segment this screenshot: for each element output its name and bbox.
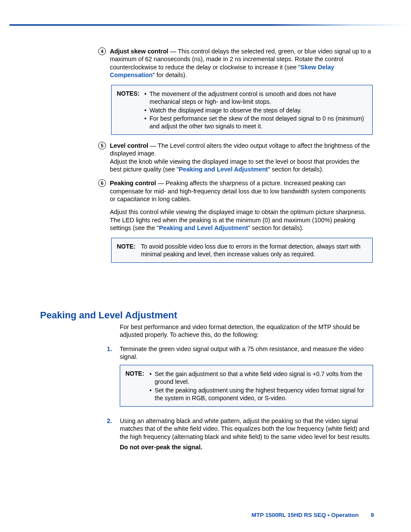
step-2: 2. Using an alternating black and white … <box>120 417 373 451</box>
item5-text-a: — The Level control alters the video out… <box>110 142 370 157</box>
heading-peaking-level-adjustment: Peaking and Level Adjustment <box>40 310 177 321</box>
note3-bullet-2: •Set the peaking adjustment using the hi… <box>149 386 367 402</box>
note1-b3: For best performance set the skew of the… <box>149 115 364 130</box>
main-content: 4 Adjust skew control — This control del… <box>110 47 373 270</box>
step-1-text: Terminate the green video signal output … <box>120 345 364 360</box>
item-6-body: Peaking control — Peaking affects the sh… <box>110 179 373 232</box>
note2-label: NOTE: <box>117 243 136 250</box>
list-item-6: 6 Peaking control — Peaking affects the … <box>110 179 373 232</box>
link-peaking-level-adjustment-2[interactable]: Peaking and Level Adjustment <box>159 224 248 231</box>
section-peaking-level: For best performance and video format de… <box>120 323 373 451</box>
list-item-5: 5 Level control — The Level control alte… <box>110 142 373 173</box>
item6-text-c: " section for details). <box>248 224 304 231</box>
step-2-text: Using an alternating black and white pat… <box>120 417 371 440</box>
note3-b2: Set the peaking adjustment using the hig… <box>155 387 364 401</box>
note-bullet-2: •Watch the displayed image to observe th… <box>144 106 367 114</box>
term-adjust-skew: Adjust skew control <box>110 48 168 55</box>
note2-text: To avoid possible video loss due to erro… <box>141 243 361 258</box>
footer-page-number: 9 <box>371 512 374 518</box>
notes-label: NOTES: <box>117 90 140 97</box>
note3-label: NOTE: <box>125 370 144 377</box>
note-box-3: NOTE: •Set the gain adjustment so that a… <box>120 365 373 407</box>
page: 4 Adjust skew control — This control del… <box>0 0 411 532</box>
note1-b1: The movement of the adjustment control i… <box>149 90 336 105</box>
warning-do-not-over-peak: Do not over-peak the signal. <box>120 443 373 451</box>
item-4-body: Adjust skew control — This control delay… <box>110 47 373 79</box>
footer-doc-title: MTP 1500RL 15HD RS SEQ • Operation <box>252 512 359 518</box>
note1-b2: Watch the displayed image to observe the… <box>149 107 302 114</box>
step-1-number: 1. <box>107 345 112 353</box>
term-level-control: Level control <box>110 142 148 149</box>
note-box-2: NOTE: To avoid possible video loss due t… <box>111 238 373 263</box>
header-rule <box>9 24 411 26</box>
page-footer: MTP 1500RL 15HD RS SEQ • Operation9 <box>252 512 374 518</box>
note3-bullet-1: •Set the gain adjustment so that a white… <box>149 370 367 386</box>
step-2-number: 2. <box>107 417 112 425</box>
list-item-4: 4 Adjust skew control — This control del… <box>110 47 373 79</box>
item5-para2: Adjust the knob while viewing the displa… <box>110 158 373 174</box>
item5-text-c: " section for details). <box>268 166 324 173</box>
item6-para2: Adjust this control while viewing the di… <box>110 208 373 232</box>
note3-b1: Set the gain adjustment so that a white … <box>155 370 362 385</box>
item-5-body: Level control — The Level control alters… <box>110 142 373 173</box>
step-1: 1. Terminate the green video signal outp… <box>120 345 373 361</box>
link-peaking-level-adjustment[interactable]: Peaking and Level Adjustment <box>179 166 268 173</box>
circled-number-5: 5 <box>98 142 106 149</box>
circled-number-6: 6 <box>98 179 106 187</box>
note-bullet-3: •For best performance set the skew of th… <box>144 115 367 130</box>
note-bullet-1: •The movement of the adjustment control … <box>144 90 367 106</box>
notes-box-1: NOTES: •The movement of the adjustment c… <box>111 85 373 135</box>
term-peaking-control: Peaking control <box>110 180 156 187</box>
circled-number-4: 4 <box>98 47 106 55</box>
item4-text-b: " for details). <box>153 72 187 78</box>
section2-intro: For best performance and video format de… <box>120 323 373 339</box>
